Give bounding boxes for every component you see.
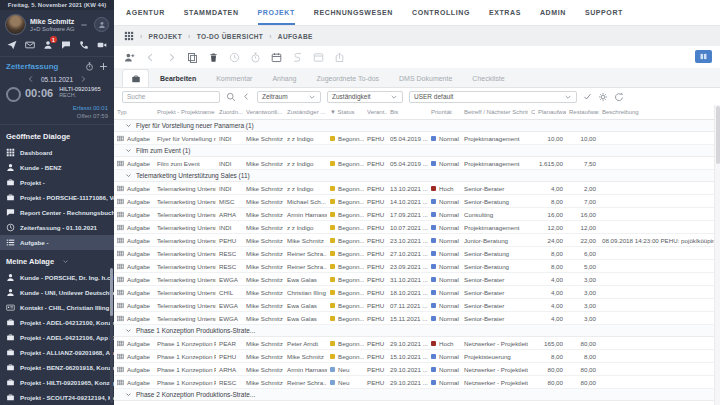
dialog-dashboard[interactable]: Dashboard xyxy=(0,145,114,160)
minimize-icon[interactable] xyxy=(80,21,88,29)
group-row-film-zum-event-1[interactable]: Film zum Event (1) xyxy=(114,145,720,157)
mail-button[interactable] xyxy=(25,40,35,50)
breadcrumb-to-do-übersicht[interactable]: TO-DO ÜBERSICHT xyxy=(197,33,264,40)
task-row[interactable]: AufgabeFlyer für Vorstellung neue...INDI… xyxy=(114,132,720,145)
add-time-icon[interactable] xyxy=(99,62,108,71)
nav-support[interactable]: SUPPORT xyxy=(585,0,623,25)
toolbar-add-person-button[interactable] xyxy=(124,52,135,63)
column-header-verant[interactable]: Verant... xyxy=(364,109,387,115)
send-button[interactable] xyxy=(7,40,17,50)
ablage-kontakt-chil-christian-illing[interactable]: Kontakt - CHIL, Christian Illing xyxy=(0,300,114,315)
column-header-plan[interactable]: Planaufwan... xyxy=(535,109,566,115)
toolbar-clock-button[interactable] xyxy=(229,52,240,63)
refresh-icon[interactable] xyxy=(614,92,624,102)
nav-stammdaten[interactable]: STAMMDATEN xyxy=(184,0,239,25)
tab-zugeordnete-to-dos[interactable]: Zugeordnete To-dos xyxy=(308,75,389,87)
nav-projekt[interactable]: PROJEKT xyxy=(258,0,295,25)
column-header-name[interactable]: Projekt - Projektname xyxy=(154,109,216,115)
task-row[interactable]: AufgabeTelemarketing Unterstütz...EWGAMi… xyxy=(114,273,720,286)
chevron-down-icon[interactable] xyxy=(60,258,69,265)
ablage-projekt-scout24-09212194-kon[interactable]: Projekt - SCOUT24-09212194, Kon... xyxy=(0,390,114,405)
search-input[interactable] xyxy=(122,91,220,103)
group-row-telemarketing-unterstützung-sa[interactable]: Telemarketing Unterstützung Sales (11) xyxy=(114,170,720,182)
toolbar-stopwatch-button[interactable] xyxy=(250,52,261,63)
dialog-report-center-rechnungsbuch[interactable]: Report Center - Rechnungsbuch xyxy=(0,205,114,220)
task-row[interactable]: AufgabePhase 1 Konzeption Prod...RESCMik… xyxy=(114,376,720,389)
chat-button[interactable] xyxy=(61,40,71,50)
stopwatch-icon[interactable] xyxy=(85,62,94,71)
phone-button[interactable] xyxy=(79,40,89,50)
task-row[interactable]: AufgabeTelemarketing Unterstütz...RESCMi… xyxy=(114,247,720,260)
toolbar-copy-button[interactable] xyxy=(187,52,198,63)
ablage-projekt-adel-04212100-konzept[interactable]: Projekt - ADEL-04212100, Konzept... xyxy=(0,315,114,330)
zustaendigkeit-select[interactable]: Zuständigkeit xyxy=(327,91,403,103)
ablage-kunde-uni-unilever-deutschland[interactable]: Kunde - UNI, Unilever Deutschland... xyxy=(0,285,114,300)
user-filter-select[interactable]: USER default xyxy=(409,91,577,103)
gear-icon[interactable] xyxy=(598,92,608,102)
task-row[interactable]: AufgabeTelemarketing Unterstütz...ARHAMi… xyxy=(114,208,720,221)
tab-anhang[interactable]: Anhang xyxy=(263,75,305,87)
dialog-aufgabe[interactable]: Aufgabe - xyxy=(0,235,114,250)
column-header-betreff[interactable]: Betreff / Nächster Schritt xyxy=(461,109,528,115)
prev-day-icon[interactable] xyxy=(27,75,35,83)
column-header-zustaendiger[interactable]: Zuständiger ... xyxy=(284,109,327,115)
zeiterfassung-date[interactable]: 05.11.2021 xyxy=(41,76,73,83)
tab-dms-dokumente[interactable]: DMS Dokumente xyxy=(390,75,461,87)
nav-controlling[interactable]: CONTROLLING xyxy=(412,0,470,25)
task-row[interactable]: AufgabeTelemarketing Unterstütz...CHILMi… xyxy=(114,286,720,299)
task-row[interactable]: AufgabeTelemarketing Unterstütz...PEHUMi… xyxy=(114,234,720,247)
toolbar-route-button[interactable] xyxy=(292,52,303,63)
column-header-typ[interactable]: Typ xyxy=(114,109,154,115)
record-briefcase-tab[interactable] xyxy=(122,69,149,87)
task-row[interactable]: AufgabePhase 1 Konzeption Prod...PEARMik… xyxy=(114,337,720,350)
task-row[interactable]: AufgabeFilm zum EventINDIMike Schmitzz z… xyxy=(114,157,720,170)
ablage-projekt-benz-06201918-konzep[interactable]: Projekt - BENZ-06201918, Konzep... xyxy=(0,360,114,375)
apps-grid-icon[interactable] xyxy=(124,31,134,41)
timer-record-button[interactable] xyxy=(6,87,21,102)
nav-agentur[interactable]: AGENTUR xyxy=(126,0,165,25)
breadcrumb-aufgabe[interactable]: AUFGABE xyxy=(278,33,313,40)
breadcrumb-projekt[interactable]: PROJEKT xyxy=(149,33,183,40)
ablage-projekt-adel-04212106-app-ent[interactable]: Projekt - ADEL-04212106, App Ent... xyxy=(0,330,114,345)
task-row[interactable]: AufgabeTelemarketing Unterstütz...RESCMi… xyxy=(114,260,720,273)
nav-rechnungswesen[interactable]: RECHNUNGSWESEN xyxy=(314,0,393,25)
toolbar-calendar-button[interactable] xyxy=(271,52,282,63)
dialog-zeiterfassung-01-10-2021[interactable]: Zeiterfassung - 01.10.2021 xyxy=(0,220,114,235)
dialog-kunde-benz[interactable]: Kunde - BENZ xyxy=(0,160,114,175)
column-header-verantwortlich[interactable]: Verantwortli... xyxy=(243,109,284,115)
inbox-button[interactable]: 1 xyxy=(43,40,53,50)
status-circle-button[interactable] xyxy=(94,17,109,32)
column-header-zuordnung[interactable]: Zuordn... xyxy=(216,109,243,115)
task-row[interactable]: AufgabeTelemarketing Unterstütz...INDIMi… xyxy=(114,182,720,195)
task-row[interactable]: AufgabePhase 1 Konzeption Prod...ARHAMik… xyxy=(114,363,720,376)
next-day-icon[interactable] xyxy=(79,75,87,83)
toolbar-chev-left-button[interactable] xyxy=(145,52,156,63)
group-row-phase-2-konzeption-produktions[interactable]: Phase 2 Konzeption Produktions-Strate... xyxy=(114,389,720,401)
task-row[interactable]: AufgabeTelemarketing Unterstütz...EWGAMi… xyxy=(114,312,720,325)
dialog-projekt-porsche-11171086-vorst[interactable]: Projekt - PORSCHE-11171086, Vorst... xyxy=(0,190,114,205)
tab-checkliste[interactable]: Checkliste xyxy=(463,75,513,87)
group-row-phase-1-konzeption-produktions[interactable]: Phase 1 Konzeption Produktions-Strate... xyxy=(114,325,720,337)
collapse-filter-icon[interactable] xyxy=(242,92,251,101)
user-avatar[interactable] xyxy=(5,14,26,35)
column-header-beschreibung[interactable]: Beschreibung xyxy=(599,109,720,115)
column-header-rest[interactable]: Restaufwan... xyxy=(566,109,599,115)
column-header-status[interactable]: ▼ Status xyxy=(327,109,364,115)
nav-admin[interactable]: ADMIN xyxy=(540,0,566,25)
search-icon[interactable] xyxy=(226,92,236,102)
ablage-kunde-porsche-dr-ing-h-c-f[interactable]: Kunde - PORSCHE, Dr. Ing. h.c. F. ... xyxy=(0,270,114,285)
task-row[interactable]: AufgabeTelemarketing Unterstütz...MISCMi… xyxy=(114,195,720,208)
video-button[interactable] xyxy=(97,40,107,50)
column-header-bis[interactable]: Bis xyxy=(387,109,428,115)
task-row[interactable]: AufgabePhase 1 Konzeption Prod...PEHUMik… xyxy=(114,350,720,363)
dialog-projekt[interactable]: Projekt - xyxy=(0,175,114,190)
task-row[interactable]: AufgabeTelemarketing Unterstütz...EWGAMi… xyxy=(114,299,720,312)
nav-extras[interactable]: EXTRAS xyxy=(489,0,521,25)
toolbar-window-button[interactable] xyxy=(313,52,324,63)
column-header-c[interactable]: C xyxy=(528,109,535,115)
sidebar-scrollbar[interactable] xyxy=(110,268,113,403)
task-row[interactable]: AufgabeTelemarketing Unterstütz...INDIMi… xyxy=(114,221,720,234)
toolbar-chev-right-button[interactable] xyxy=(166,52,177,63)
column-header-prio[interactable]: Priorität xyxy=(428,109,461,115)
toolbar-trash-button[interactable] xyxy=(208,52,219,63)
